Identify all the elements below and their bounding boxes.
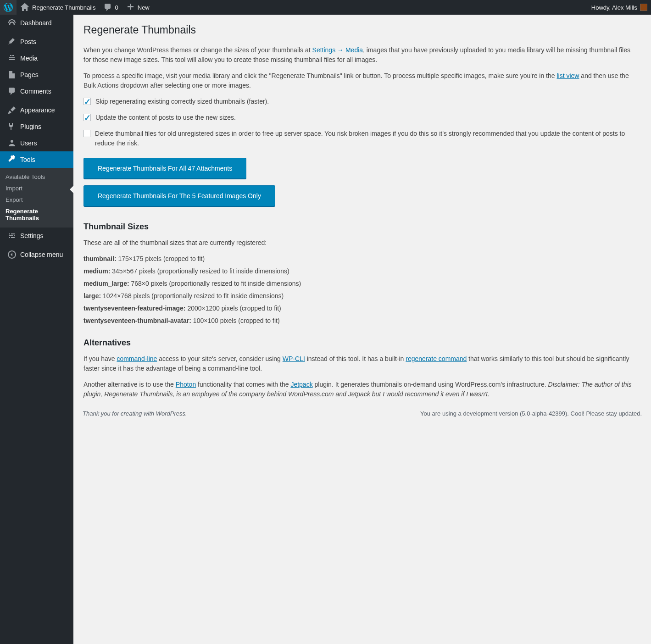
menu-dashboard[interactable]: Dashboard xyxy=(0,15,73,31)
page-title: Regenerate Thumbnails xyxy=(83,19,633,39)
intro-paragraph-2: To process a specific image, visit your … xyxy=(83,71,633,90)
media-icon xyxy=(7,54,17,63)
checkbox-skip-label: Skip regenerating existing correctly siz… xyxy=(95,97,269,106)
menu-comments[interactable]: Comments xyxy=(0,83,73,100)
sizes-list: thumbnail: 175×175 pixels (cropped to fi… xyxy=(83,254,633,326)
plugin-icon xyxy=(7,122,17,131)
regenerate-all-button[interactable]: Regenerate Thumbnails For All 47 Attachm… xyxy=(83,158,246,179)
comments-link[interactable]: 0 xyxy=(100,0,122,15)
wordpress-link[interactable]: WordPress xyxy=(156,410,185,417)
comment-icon xyxy=(103,3,112,12)
submenu-export[interactable]: Export xyxy=(0,194,73,205)
avatar xyxy=(640,4,647,11)
home-icon xyxy=(20,3,29,12)
command-line-link[interactable]: command-line xyxy=(117,355,157,362)
menu-posts[interactable]: Posts xyxy=(0,33,73,50)
tools-icon xyxy=(7,155,17,164)
checkbox-update-content[interactable] xyxy=(83,114,91,121)
size-item: thumbnail: 175×175 pixels (cropped to fi… xyxy=(83,254,633,264)
photon-link[interactable]: Photon xyxy=(176,381,196,388)
comments-count: 0 xyxy=(115,4,118,11)
menu-plugins[interactable]: Plugins xyxy=(0,118,73,135)
users-icon xyxy=(7,139,17,148)
list-view-link[interactable]: list view xyxy=(556,72,579,79)
size-item: large: 1024×768 pixels (proportionally r… xyxy=(83,291,633,301)
collapse-menu[interactable]: Collapse menu xyxy=(0,246,73,263)
new-content-link[interactable]: New xyxy=(122,0,153,15)
admin-menu: Dashboard Posts Media Pages Comments App… xyxy=(0,15,73,422)
size-item: twentyseventeen-thumbnail-avatar: 100×10… xyxy=(83,316,633,326)
alternatives-paragraph-2: Another alternative is to use the Photon… xyxy=(83,380,633,399)
menu-media[interactable]: Media xyxy=(0,50,73,67)
menu-tools[interactable]: Tools xyxy=(0,151,73,168)
settings-media-link[interactable]: Settings → Media xyxy=(312,46,363,54)
stay-updated-link[interactable]: stay updated xyxy=(606,410,640,417)
sizes-intro: These are all of the thumbnail sizes tha… xyxy=(83,238,633,248)
intro-paragraph-1: When you change WordPress themes or chan… xyxy=(83,45,633,65)
wordpress-icon xyxy=(4,3,13,12)
wp-logo[interactable] xyxy=(0,0,17,15)
comments-icon xyxy=(7,87,17,96)
submenu-available-tools[interactable]: Available Tools xyxy=(0,171,73,183)
alternatives-paragraph-1: If you have command-line access to your … xyxy=(83,354,633,373)
submenu-regenerate[interactable]: Regenerate Thumbnails xyxy=(0,205,73,224)
site-name-text: Regenerate Thumbnails xyxy=(32,4,96,11)
size-item: twentyseventeen-featured-image: 2000×120… xyxy=(83,304,633,313)
checkbox-skip-existing[interactable] xyxy=(83,98,91,105)
checkbox-update-label: Update the content of posts to use the n… xyxy=(95,113,236,122)
menu-pages[interactable]: Pages xyxy=(0,67,73,83)
jetpack-link[interactable]: Jetpack xyxy=(290,381,312,388)
checkbox-delete-old[interactable] xyxy=(83,130,90,137)
submenu-import[interactable]: Import xyxy=(0,183,73,194)
howdy-text: Howdy, Alex Mills xyxy=(591,4,637,11)
my-account-link[interactable]: Howdy, Alex Mills xyxy=(588,0,651,15)
menu-users[interactable]: Users xyxy=(0,135,73,151)
new-label: New xyxy=(138,4,150,11)
menu-settings[interactable]: Settings xyxy=(0,228,73,244)
collapse-icon xyxy=(7,250,17,259)
size-item: medium: 345×567 pixels (proportionally r… xyxy=(83,266,633,276)
sizes-heading: Thumbnail Sizes xyxy=(83,222,633,232)
plus-icon xyxy=(126,3,135,12)
dashboard-icon xyxy=(7,18,17,28)
wp-cli-link[interactable]: WP-CLI xyxy=(283,355,305,362)
pin-icon xyxy=(7,37,17,46)
footer: Thank you for creating with WordPress. Y… xyxy=(73,405,651,422)
alternatives-heading: Alternatives xyxy=(83,338,633,348)
checkbox-delete-label: Delete thumbnail files for old unregiste… xyxy=(95,129,633,148)
brush-icon xyxy=(7,105,17,115)
menu-appearance[interactable]: Appearance xyxy=(0,102,73,118)
regenerate-command-link[interactable]: regenerate command xyxy=(406,355,467,362)
size-item: medium_large: 768×0 pixels (proportional… xyxy=(83,279,633,289)
page-content: Regenerate Thumbnails When you change Wo… xyxy=(83,19,633,399)
regenerate-featured-button[interactable]: Regenerate Thumbnails For The 5 Featured… xyxy=(83,185,275,206)
page-icon xyxy=(7,70,17,79)
admin-bar: Regenerate Thumbnails 0 New Howdy, Alex … xyxy=(0,0,651,15)
site-name-link[interactable]: Regenerate Thumbnails xyxy=(17,0,100,15)
settings-icon xyxy=(7,231,17,240)
